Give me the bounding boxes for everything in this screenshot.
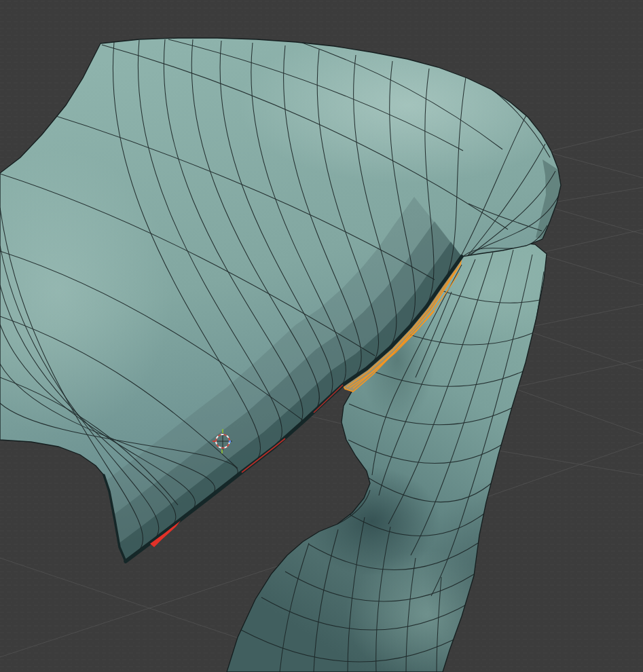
viewport-canvas[interactable] (0, 0, 643, 672)
cursor-axis-z-dot (229, 441, 231, 443)
viewport[interactable] (0, 0, 643, 672)
